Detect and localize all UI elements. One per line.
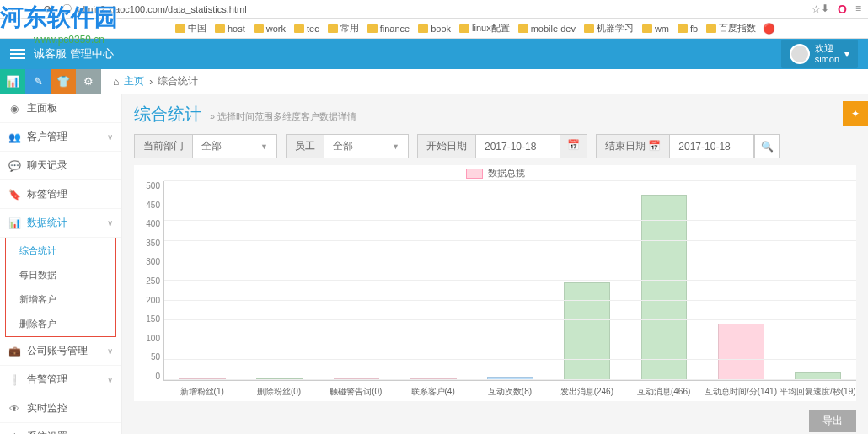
end-date-label: 结束日期 📅 xyxy=(596,134,670,158)
bar[interactable] xyxy=(241,181,318,380)
brand-title: 诚客服 管理中心 xyxy=(34,46,781,62)
bookmark-item[interactable]: fb xyxy=(678,22,698,35)
x-axis: 新增粉丝(1)删除粉丝(0)触碰警告词(0)联系客户(4)互动次数(8)发出消息… xyxy=(163,386,856,401)
home-icon[interactable]: ⌂ xyxy=(113,76,119,88)
x-tick-label: 联系客户(4) xyxy=(394,386,471,401)
bookmark-item[interactable]: linux配置 xyxy=(459,22,510,35)
browser-actions: ⬇ O ≡ xyxy=(821,3,861,16)
sidebar: ◉主面板👥客户管理∨💬聊天记录🔖标签管理📊数据统计∨综合统计每日数据新增客户删除… xyxy=(0,94,122,434)
submenu-item[interactable]: 每日数据 xyxy=(6,263,115,287)
end-date-input[interactable]: 2017-10-18 xyxy=(670,134,754,158)
x-tick-label: 发出消息(246) xyxy=(549,386,625,401)
y-axis: 500450400350300250200150100500 xyxy=(134,181,163,396)
back-button[interactable]: ← xyxy=(7,2,22,17)
bookmark-item[interactable]: mobile dev xyxy=(518,22,576,35)
filter-bar: 当前部门 全部▼ 员工 全部▼ 开始日期 2017-10-18 📅 结束日期 📅… xyxy=(134,134,856,158)
submenu: 综合统计每日数据新增客户删除客户 xyxy=(5,238,116,337)
x-tick-label: 互动消息(466) xyxy=(625,386,702,401)
dept-label: 当前部门 xyxy=(134,134,193,158)
page-subtitle: » 选择时间范围多维度客户数据详情 xyxy=(210,110,356,123)
legend-label: 数据总揽 xyxy=(488,167,525,179)
bar[interactable] xyxy=(164,181,241,380)
username: simon xyxy=(815,54,839,65)
tool-edit-button[interactable]: ✎ xyxy=(25,69,51,94)
toolbar: 📊 ✎ 👕 ⚙ ⌂ 主页 › 综合统计 xyxy=(0,69,868,94)
weibo-icon[interactable]: 🔴 xyxy=(763,23,775,35)
chevron-down-icon: ▾ xyxy=(844,48,849,60)
dept-select[interactable]: 全部▼ xyxy=(193,134,277,158)
breadcrumb: ⌂ 主页 › 综合统计 xyxy=(101,69,210,94)
avatar xyxy=(790,44,810,64)
url-bar[interactable]: ⓘ admin2.xiaoc100.com/data_statistics.ht… xyxy=(57,1,808,17)
url-text: admin2.xiaoc100.com/data_statistics.html xyxy=(75,4,247,14)
bookmark-item[interactable]: finance xyxy=(367,22,410,35)
user-menu[interactable]: 欢迎 simon ▾ xyxy=(781,40,858,68)
bar[interactable] xyxy=(703,181,780,380)
sidebar-item-6[interactable]: ❕告警管理∨ xyxy=(0,366,121,394)
bar[interactable] xyxy=(472,181,549,380)
x-tick-label: 互动次数(8) xyxy=(471,386,548,401)
bookmark-item[interactable]: tec xyxy=(294,22,319,35)
start-date-input[interactable]: 2017-10-18 xyxy=(476,134,560,158)
page-title: 综合统计 xyxy=(134,103,201,126)
x-tick-label: 互动总时间/分(141) xyxy=(702,386,779,401)
page-settings-button[interactable]: ✦ xyxy=(843,101,868,126)
menu-icon[interactable]: ≡ xyxy=(855,3,861,16)
chart: 数据总揽 500450400350300250200150100500 新增粉丝… xyxy=(134,165,856,401)
bar[interactable] xyxy=(549,181,625,380)
x-tick-label: 平均回复速度/秒(19) xyxy=(780,386,856,401)
chart-legend: 数据总揽 xyxy=(134,165,856,181)
sidebar-item-2[interactable]: 💬聊天记录 xyxy=(0,152,121,180)
sidebar-item-0[interactable]: ◉主面板 xyxy=(0,94,121,123)
breadcrumb-home[interactable]: 主页 xyxy=(124,74,144,88)
sidebar-item-5[interactable]: 💼公司账号管理∨ xyxy=(0,337,121,366)
menu-toggle[interactable] xyxy=(10,49,25,59)
employee-label: 员工 xyxy=(286,134,324,158)
sidebar-item-8[interactable]: ⚙系统设置∨ xyxy=(0,423,121,434)
search-button[interactable]: 🔍 xyxy=(754,134,780,158)
sidebar-item-4[interactable]: 📊数据统计∨ xyxy=(0,209,121,238)
content-area: ✦ 综合统计 » 选择时间范围多维度客户数据详情 当前部门 全部▼ 员工 全部▼… xyxy=(122,94,868,434)
sidebar-item-3[interactable]: 🔖标签管理 xyxy=(0,180,121,209)
bar[interactable] xyxy=(318,181,394,380)
bookmark-item[interactable]: 中国 xyxy=(175,22,206,35)
plot-area xyxy=(163,181,856,381)
bookmark-item[interactable]: work xyxy=(254,22,286,35)
x-tick-label: 删除粉丝(0) xyxy=(240,386,317,401)
legend-swatch xyxy=(466,169,483,179)
export-button[interactable]: 导出 xyxy=(809,410,856,432)
app-header: 诚客服 管理中心 欢迎 simon ▾ xyxy=(0,39,868,69)
reload-button[interactable]: ⟳ xyxy=(40,2,56,17)
x-tick-label: 新增粉丝(1) xyxy=(163,386,240,401)
start-date-label: 开始日期 xyxy=(417,134,476,158)
bookmark-item[interactable]: host xyxy=(215,22,245,35)
bar[interactable] xyxy=(625,181,702,380)
tool-settings-button[interactable]: ⚙ xyxy=(76,69,101,94)
sidebar-item-7[interactable]: 👁实时监控 xyxy=(0,394,121,423)
forward-button[interactable]: → xyxy=(24,2,39,17)
submenu-item[interactable]: 删除客户 xyxy=(6,312,115,336)
download-icon[interactable]: ⬇ xyxy=(821,3,829,16)
info-icon: ⓘ xyxy=(62,3,72,15)
bar[interactable] xyxy=(395,181,472,380)
breadcrumb-current: 综合统计 xyxy=(158,74,198,88)
bookmark-item[interactable]: 机器学习 xyxy=(584,22,634,35)
submenu-item[interactable]: 综合统计 xyxy=(6,238,115,263)
tool-user-button[interactable]: 👕 xyxy=(51,69,76,94)
opera-icon[interactable]: O xyxy=(838,3,847,16)
bar[interactable] xyxy=(780,181,856,380)
sidebar-item-1[interactable]: 👥客户管理∨ xyxy=(0,123,121,152)
employee-select[interactable]: 全部▼ xyxy=(324,134,409,158)
tool-stats-button[interactable]: 📊 xyxy=(0,69,25,94)
welcome-label: 欢迎 xyxy=(815,43,839,54)
submenu-item[interactable]: 新增客户 xyxy=(6,287,115,312)
bookmark-star-icon[interactable]: ☆ xyxy=(812,3,821,15)
bookmark-item[interactable]: 百度指数 xyxy=(706,22,756,35)
browser-nav-bar: ← → ⟳ ⓘ admin2.xiaoc100.com/data_statist… xyxy=(0,0,868,19)
bookmarks-bar: 河东软件园 www.pc0359.cn 中国hostworktec常用finan… xyxy=(0,19,868,39)
x-tick-label: 触碰警告词(0) xyxy=(318,386,394,401)
bookmark-item[interactable]: wm xyxy=(642,22,669,35)
calendar-icon[interactable]: 📅 xyxy=(560,134,587,158)
bookmark-item[interactable]: 常用 xyxy=(328,22,359,35)
bookmark-item[interactable]: book xyxy=(418,22,451,35)
